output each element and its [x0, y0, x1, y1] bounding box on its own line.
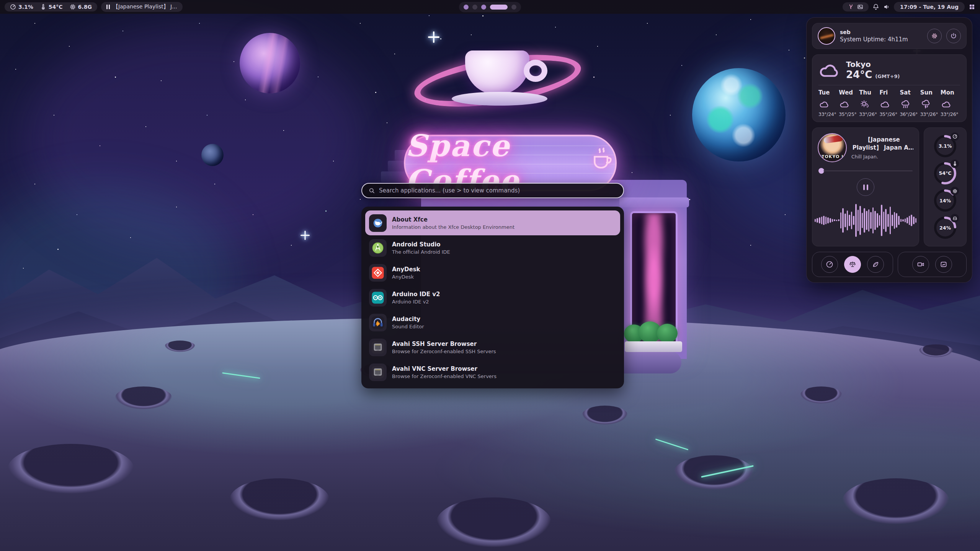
screenshot-button[interactable]: [935, 256, 952, 273]
cloud-icon: [818, 62, 841, 79]
power-button[interactable]: [946, 29, 961, 43]
performance-profile-button[interactable]: [821, 256, 838, 273]
forecast-day: Thu33°/26°: [859, 89, 879, 117]
user-card: seb System Uptime: 4h11m: [812, 23, 967, 49]
screen-record-button[interactable]: [912, 256, 929, 273]
now-playing-label: 【Japanese Playlist】 J...: [113, 3, 177, 10]
avatar: [818, 27, 835, 45]
photo-icon[interactable]: [857, 4, 863, 10]
username: seb: [840, 29, 923, 35]
notifications-bell-icon[interactable]: [872, 3, 879, 10]
forecast-day-label: Fri: [879, 89, 899, 96]
chip-icon: [951, 187, 959, 195]
app-grid-icon[interactable]: [969, 3, 975, 10]
app-description: The official Android IDE: [392, 249, 450, 255]
app-name: Android Studio: [392, 241, 450, 248]
app-name: Avahi SSH Server Browser: [392, 341, 496, 347]
chip-gauge: 14%: [933, 188, 957, 213]
disk-icon: [951, 214, 959, 222]
workspace-dot-4[interactable]: [490, 5, 508, 10]
cloud-icon: [839, 99, 850, 109]
launcher-result-row[interactable]: Android StudioThe official Android IDE: [365, 235, 620, 260]
capture-tools-group: [898, 252, 967, 277]
weather-temperature: 24°C: [846, 69, 872, 80]
audio-visualizer: [818, 198, 913, 242]
pause-button[interactable]: [857, 178, 874, 196]
album-art-label: TOKYO L: [818, 154, 846, 159]
forecast-day-label: Wed: [839, 89, 858, 96]
launcher-result-row[interactable]: AnyDeskAnyDesk: [365, 260, 620, 285]
arduino-app-icon: [369, 289, 387, 306]
clock[interactable]: 17:09 - Tue, 19 Aug: [894, 2, 965, 12]
search-bar[interactable]: [361, 183, 624, 198]
thermometer-icon: [951, 160, 959, 168]
workspace-switcher[interactable]: [459, 2, 521, 12]
launcher-result-row[interactable]: Avahi SSH Server BrowserBrowse for Zeroc…: [365, 335, 620, 360]
workspace-dot-1[interactable]: [464, 5, 469, 10]
shop-roof: [619, 197, 689, 207]
app-description: Sound Editor: [392, 324, 424, 329]
leaf-icon: [872, 261, 879, 268]
forecast-day: Fri35°/26°: [879, 89, 899, 117]
weather-timezone: (GMT+9): [875, 73, 900, 79]
gauge-icon: [951, 132, 959, 141]
cup-handle: [524, 60, 547, 82]
gauge-gauge: 3.1%: [933, 134, 957, 158]
app-name: About Xfce: [392, 216, 514, 223]
launcher-result-row[interactable]: Avahi VNC Server BrowserBrowse for Zeroc…: [365, 360, 620, 385]
launcher-result-row[interactable]: Arduino IDE v2Arduino IDE v2: [365, 285, 620, 310]
weather-forecast: Tue33°/24°Wed35°/25°Thu33°/26°Fri35°/26°…: [818, 89, 960, 117]
app-name: Audacity: [392, 316, 424, 323]
avahi-app-icon: [369, 339, 387, 356]
app-description: AnyDesk: [392, 274, 420, 280]
forecast-day: Mon33°/26°: [941, 89, 960, 117]
now-playing-widget[interactable]: 【Japanese Playlist】 J...: [101, 2, 183, 12]
gear-icon: [931, 33, 938, 39]
gauge-icon: [10, 4, 16, 10]
track-subtitle: Chill Japan.: [851, 154, 913, 160]
forecast-temps: 35°/26°: [879, 111, 899, 117]
xfce-app-icon: [369, 214, 387, 232]
seek-bar[interactable]: [818, 168, 913, 174]
forecast-day: Tue33°/24°: [818, 89, 838, 117]
android-app-icon: [369, 239, 387, 257]
cloud-icon: [941, 99, 952, 109]
app-name: Avahi VNC Server Browser: [392, 365, 497, 372]
settings-button[interactable]: [927, 29, 942, 43]
app-description: Arduino IDE v2: [392, 299, 440, 305]
forecast-temps: 33°/26°: [859, 111, 879, 117]
tray-app-icon[interactable]: [848, 4, 854, 10]
speedometer-icon: [826, 261, 833, 268]
floating-coffee-cup: [429, 31, 567, 111]
system-tray[interactable]: [843, 2, 869, 11]
workspace-dot-3[interactable]: [481, 5, 486, 10]
divider: [818, 85, 960, 85]
app-name: Arduino IDE v2: [392, 291, 440, 298]
forecast-temps: 36°/26°: [900, 111, 920, 117]
forecast-day: Sun33°/26°: [920, 89, 940, 117]
workspace-dot-5[interactable]: [511, 5, 516, 10]
forecast-day-label: Sun: [920, 89, 940, 96]
launcher-result-row[interactable]: About XfceInformation about the Xfce Des…: [365, 210, 620, 235]
forecast-temps: 35°/25°: [839, 111, 858, 117]
seek-track[interactable]: [823, 170, 913, 171]
launcher-result-row[interactable]: AudacitySound Editor: [365, 310, 620, 335]
app-description: Browse for Zeroconf-enabled SSH Servers: [392, 349, 496, 354]
forecast-temps: 33°/24°: [818, 111, 838, 117]
powersave-profile-button[interactable]: [867, 256, 884, 273]
forecast-day-label: Sat: [900, 89, 920, 96]
workspace-dot-2[interactable]: [472, 5, 477, 10]
system-monitor-widget: 3.1%54°C14%24%: [924, 127, 967, 246]
system-stats-widget[interactable]: 3.1% 54°C 6.8G: [5, 2, 97, 11]
memory-stat: 6.8G: [70, 4, 92, 10]
search-results: About XfceInformation about the Xfce Des…: [361, 207, 624, 388]
cloud-icon: [879, 99, 891, 109]
forecast-day-label: Thu: [859, 89, 879, 96]
screenshot-icon: [940, 261, 947, 268]
app-description: Browse for Zeroconf-enabled VNC Servers: [392, 373, 497, 379]
weather-widget: Tokyo 24°C (GMT+9) Tue33°/24°Wed35°/25°T…: [812, 54, 967, 122]
volume-icon[interactable]: [883, 3, 890, 10]
balanced-profile-button[interactable]: [844, 256, 861, 273]
search-input[interactable]: [379, 187, 617, 194]
scales-icon: [849, 261, 856, 268]
